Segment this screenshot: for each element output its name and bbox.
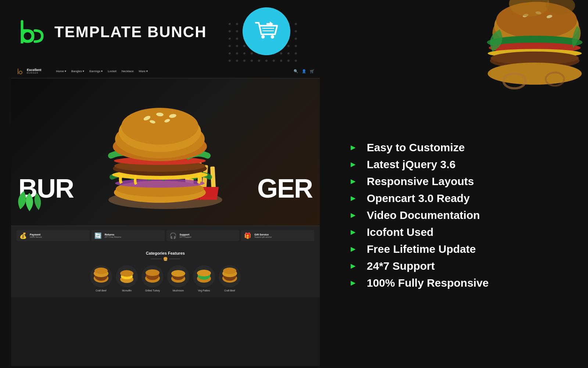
service-bar: 💰 Payment 100% Secure 🔄 Returns 24*7 Fre… bbox=[11, 226, 320, 245]
feature-item-8: ► 24*7 Support bbox=[349, 260, 562, 272]
svg-point-114 bbox=[120, 270, 133, 277]
gift-sub: Support gift service bbox=[254, 236, 272, 238]
feature-arrow-7: ► bbox=[349, 244, 359, 254]
feature-item-6: ► Icofont Used bbox=[349, 226, 562, 238]
category-label-2: Mcmuffin bbox=[122, 289, 132, 292]
svg-point-61 bbox=[295, 60, 297, 62]
svg-point-2 bbox=[229, 23, 231, 25]
logo-text-group: TEMPLATE BUNCH bbox=[54, 24, 207, 40]
feature-text-9: 100% Fully Responsive bbox=[367, 277, 489, 289]
svg-point-50 bbox=[287, 52, 290, 54]
service-returns: 🔄 Returns 24*7 Free Returns bbox=[92, 230, 165, 241]
returns-title: Returns bbox=[105, 233, 121, 236]
svg-point-131 bbox=[223, 268, 236, 274]
svg-point-33 bbox=[236, 45, 238, 47]
svg-point-41 bbox=[295, 45, 297, 47]
feature-item-9: ► 100% Fully Responsive bbox=[349, 277, 562, 289]
mini-logo-text: Excellent bbox=[27, 68, 42, 72]
category-img-5 bbox=[193, 265, 215, 287]
svg-point-122 bbox=[171, 270, 185, 277]
category-img-1 bbox=[90, 265, 112, 287]
category-craft-beef-2: Craft Beef bbox=[219, 265, 241, 292]
feature-text-5: Video Documentation bbox=[367, 209, 480, 222]
svg-point-54 bbox=[243, 60, 245, 62]
svg-point-65 bbox=[271, 35, 274, 39]
svg-point-110 bbox=[94, 268, 108, 274]
category-label-3: Grilled Turkey bbox=[145, 289, 160, 292]
svg-point-22 bbox=[229, 38, 231, 40]
feature-item-5: ► Video Documentation bbox=[349, 209, 562, 222]
category-craft-beef-1: Craft Beef bbox=[90, 265, 112, 292]
svg-point-42 bbox=[229, 52, 231, 54]
preview-area: Excellent BURGER Home ▾ Bangles ▾ Earrin… bbox=[11, 64, 320, 366]
svg-point-64 bbox=[261, 35, 265, 39]
svg-point-21 bbox=[295, 30, 297, 32]
feature-item-3: ► Responsive Layouts bbox=[349, 175, 562, 188]
categories-title: Categories Features bbox=[17, 251, 314, 255]
feature-text-6: Icofont Used bbox=[367, 226, 434, 238]
category-veg-patties: Veg Patties bbox=[193, 265, 215, 292]
feature-text-8: 24*7 Support bbox=[367, 260, 435, 272]
nav-link-necklace: Necklace bbox=[122, 70, 134, 73]
logo-text: TEMPLATE BUNCH bbox=[54, 24, 207, 40]
payment-sub: 100% Secure bbox=[30, 236, 42, 238]
returns-icon: 🔄 bbox=[94, 232, 102, 239]
hero-burger-image bbox=[103, 78, 228, 215]
svg-point-59 bbox=[280, 60, 282, 62]
support-sub: 24*7 Support bbox=[180, 236, 191, 238]
feature-arrow-1: ► bbox=[349, 143, 359, 152]
svg-point-58 bbox=[273, 60, 275, 62]
categories-section: Categories Features 🍔 bbox=[11, 245, 320, 297]
mini-logo: Excellent BURGER bbox=[17, 67, 42, 75]
feature-arrow-5: ► bbox=[349, 210, 359, 220]
cart-icon-circle[interactable] bbox=[243, 7, 290, 55]
mini-nav-links: Home ▾ Bangles ▾ Earrings ▾ Locket Neckl… bbox=[56, 70, 148, 73]
feature-arrow-2: ► bbox=[349, 160, 359, 169]
features-panel: ► Easy to Customize ► Latest jQuery 3.6 … bbox=[331, 64, 581, 366]
svg-point-53 bbox=[236, 60, 238, 62]
svg-point-56 bbox=[258, 60, 260, 62]
divider-line-right bbox=[169, 259, 180, 259]
hero-banner: BUR GER bbox=[11, 78, 320, 226]
support-icon: 🎧 bbox=[169, 232, 177, 239]
service-support: 🎧 Support 24*7 Support bbox=[166, 230, 240, 241]
category-label-4: Mushroom bbox=[173, 289, 184, 292]
svg-point-52 bbox=[229, 60, 231, 62]
mini-logo-sub: BURGER bbox=[27, 72, 42, 74]
svg-point-126 bbox=[197, 270, 211, 276]
svg-point-57 bbox=[265, 60, 268, 62]
svg-point-55 bbox=[251, 60, 253, 62]
divider-burger-icon: 🍔 bbox=[163, 257, 168, 261]
divider-line-left bbox=[151, 259, 162, 259]
svg-point-60 bbox=[287, 60, 290, 62]
feature-arrow-8: ► bbox=[349, 261, 359, 271]
feature-text-3: Responsive Layouts bbox=[367, 175, 474, 188]
service-gift: 🎁 Gift Service Support gift service bbox=[241, 230, 314, 241]
svg-point-118 bbox=[146, 269, 159, 276]
nav-link-locket: Locket bbox=[108, 70, 116, 73]
logo-icon bbox=[15, 16, 48, 49]
category-img-3 bbox=[141, 265, 164, 287]
nav-link-earrings: Earrings ▾ bbox=[89, 70, 103, 73]
svg-point-44 bbox=[243, 52, 245, 54]
basil-leaves bbox=[17, 184, 53, 215]
svg-point-23 bbox=[236, 38, 238, 40]
svg-point-82 bbox=[19, 71, 22, 74]
feature-text-7: Free Lifetime Update bbox=[367, 243, 476, 255]
returns-sub: 24*7 Free Returns bbox=[105, 236, 121, 238]
svg-point-43 bbox=[236, 52, 238, 54]
svg-point-13 bbox=[236, 30, 238, 32]
nav-link-home: Home ▾ bbox=[56, 70, 67, 73]
nav-link-more: More ▾ bbox=[139, 70, 148, 73]
category-img-6 bbox=[219, 265, 241, 287]
gift-icon: 🎁 bbox=[244, 232, 251, 239]
category-items-list: Craft Beef Mcmuffin bbox=[17, 265, 314, 292]
payment-title: Payment bbox=[30, 233, 42, 236]
feature-text-2: Latest jQuery 3.6 bbox=[367, 158, 456, 171]
category-grilled-turkey: Grilled Turkey bbox=[141, 265, 164, 292]
feature-text-4: Opencart 3.0 Ready bbox=[367, 192, 470, 205]
hero-text-right: GER bbox=[257, 173, 312, 204]
svg-point-51 bbox=[295, 52, 297, 54]
payment-icon: 💰 bbox=[19, 232, 27, 239]
categories-divider: 🍔 bbox=[17, 257, 314, 261]
